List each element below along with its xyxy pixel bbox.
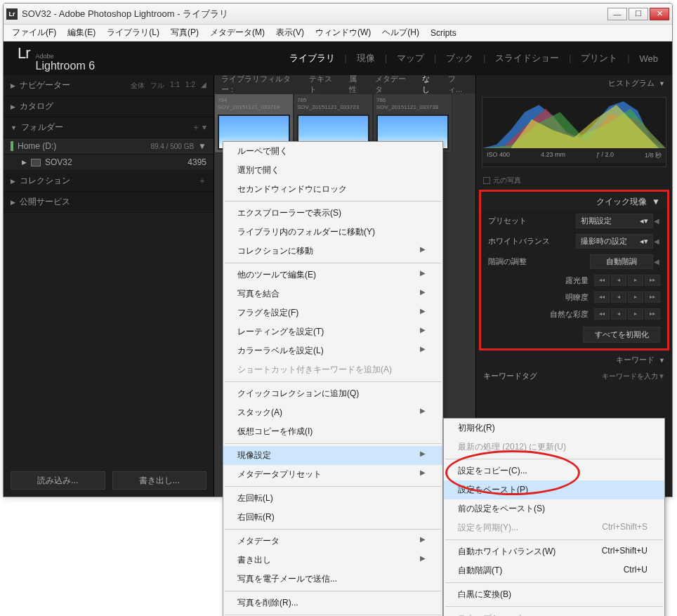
nav-1-2[interactable]: 1:2 [185,81,195,91]
keyword-enter-label[interactable]: キーワードを入力 [602,372,658,381]
chevron-down-icon[interactable]: ▼ [659,357,665,364]
vibrance-stepper[interactable]: ◂◂◂▸▸▸ [594,308,660,320]
ctx-auto-wb[interactable]: 自動ホワイトバランス(W)Ctrl+Shift+U [444,542,664,561]
filter-text[interactable]: テキスト [309,74,338,95]
ctx-rotate-right[interactable]: 右回転(R) [223,508,442,527]
module-map[interactable]: マップ [397,52,424,65]
close-button[interactable]: ✕ [650,8,669,20]
app-header: Lr Adobe Lightroom 6 ライブラリ| 現像| マップ| ブック… [4,41,672,75]
menu-window[interactable]: ウィンドウ(W) [310,25,376,41]
chevron-down-icon[interactable]: ▼ [198,141,206,151]
menu-edit[interactable]: 編集(E) [62,25,101,41]
ctx-paste-settings[interactable]: 設定をペースト(P) [444,480,664,499]
ctx-lock-2nd-window[interactable]: セカンドウィンドウにロック [223,180,442,199]
quick-develop-label[interactable]: クイック現像 [596,197,647,207]
ctx-goto-collection[interactable]: コレクションに移動▶ [223,242,442,261]
preset-label: プリセット [488,216,576,226]
ctx-metadata[interactable]: メタデータ▶ [223,532,442,551]
folders-header[interactable]: ▼ フォルダー ＋ ▾ [4,117,213,138]
ctx-quick-collection[interactable]: クイックコレクションに追加(Q) [223,384,442,403]
ctx-auto-tone[interactable]: 自動階調(T)Ctrl+U [444,561,664,580]
clarity-stepper[interactable]: ◂◂◂▸▸▸ [594,291,660,303]
filter-none[interactable]: なし [422,74,437,95]
chevron-down-icon[interactable]: ◢ [201,81,206,91]
nav-1-1[interactable]: 1:1 [170,81,180,91]
filter-metadata[interactable]: メタデータ [375,74,412,95]
minimize-button[interactable]: — [607,8,627,20]
exposure-stepper[interactable]: ◂◂◂▸▸▸ [594,275,660,286]
ctx-open-loupe[interactable]: ルーペで開く [223,142,442,161]
preset-select[interactable]: 初期設定◂▾ [576,214,653,228]
collections-header[interactable]: ▶ コレクション ＋ [4,171,213,192]
module-slideshow[interactable]: スライドショー [495,52,559,65]
menu-metadata[interactable]: メタデータ(M) [204,25,270,41]
title-bar: Lr SOV32 - Adobe Photoshop Lightroom - ラ… [4,4,672,25]
plus-icon[interactable]: ＋ ▾ [192,122,206,133]
menu-scripts[interactable]: Scripts [425,26,462,40]
reset-all-button[interactable]: すべてを初期化 [583,327,660,343]
filter-more[interactable]: フィ... [448,74,468,95]
histo-iso: ISO 400 [487,151,510,160]
menu-photo[interactable]: 写真(P) [165,25,204,41]
ctx-rotate-left[interactable]: 左回転(L) [223,489,442,508]
ctx-develop-settings[interactable]: 現像設定▶ [223,446,442,465]
nav-fit[interactable]: 全体 [131,81,145,91]
chevron-down-icon[interactable]: ▼ [659,80,665,87]
maximize-button[interactable]: ☐ [629,8,648,20]
module-library[interactable]: ライブラリ [289,52,335,65]
ctx-edit-in[interactable]: 他のツールで編集(E)▶ [223,266,442,284]
import-button[interactable]: 読み込み... [11,471,105,490]
menu-file[interactable]: ファイル(F) [6,25,62,41]
module-book[interactable]: ブック [446,52,473,65]
ctx-metadata-preset[interactable]: メタデータプリセット▶ [223,465,442,484]
module-develop[interactable]: 現像 [357,52,375,65]
ctx-update-process: 最新の処理 (2012) に更新(U) [444,438,664,457]
ctx-open-sort[interactable]: 選別で開く [223,161,442,180]
catalog-header[interactable]: ▶ カタログ [4,96,213,117]
disclosure-icon[interactable]: ◀ [653,237,660,245]
disclosure-icon[interactable]: ◀ [653,217,660,225]
filter-attribute[interactable]: 属性 [349,74,364,95]
folder-icon [31,159,41,166]
ctx-paste-prev-settings[interactable]: 前の設定をペースト(S) [444,499,664,518]
menu-view[interactable]: 表示(V) [270,25,310,41]
module-print[interactable]: プリント [581,52,617,65]
publish-header[interactable]: ▶ 公開サービス [4,192,213,213]
histogram-label[interactable]: ヒストグラム [483,78,655,89]
disclosure-icon[interactable]: ◀ [653,258,660,266]
keywords-label[interactable]: キーワード [483,355,655,365]
plus-icon[interactable]: ＋ [198,175,206,187]
ctx-export[interactable]: 書き出し▶ [223,551,442,570]
histogram[interactable]: ISO 400 4.23 mm ƒ / 2.0 1/8 秒 [482,97,666,167]
disclosure-icon[interactable]: ▼ [658,372,665,380]
ctx-set-label[interactable]: カラーラベルを設定(L)▶ [223,341,442,360]
drive-row[interactable]: Home (D:) 89.4 / 500 GB ▼ [4,138,213,155]
ctx-goto-folder[interactable]: ライブラリ内のフォルダーに移動(Y) [223,223,442,242]
wb-select[interactable]: 撮影時の設定◂▾ [576,234,653,249]
collections-label: コレクション [20,175,198,187]
vibrance-label: 自然な彩度 [488,309,594,320]
ctx-virtual-copy[interactable]: 仮想コピーを作成(I) [223,422,442,441]
ctx-photo-merge[interactable]: 写真を結合▶ [223,284,442,303]
export-button[interactable]: 書き出し... [112,471,207,490]
ctx-convert-bw[interactable]: 白黒に変換(B) [444,585,664,604]
original-photo-label: 元の写真 [493,176,521,185]
tone-label: 階調の調整 [488,256,590,267]
ctx-copy-settings[interactable]: 設定をコピー(C)... [444,461,664,480]
chevron-down-icon[interactable]: ▼ [652,197,660,207]
navigator-header[interactable]: ▶ ナビゲーター 全体 フル 1:1 1:2 ◢ [4,75,213,96]
menu-help[interactable]: ヘルプ(H) [376,25,425,41]
ctx-delete[interactable]: 写真を削除(R)... [223,594,442,612]
ctx-set-rating[interactable]: レーティングを設定(T)▶ [223,322,442,341]
module-web[interactable]: Web [640,53,659,64]
checkbox-icon[interactable] [483,177,490,184]
menu-library[interactable]: ライブラリ(L) [101,25,165,41]
folder-row[interactable]: ▶ SOV32 4395 [4,155,213,171]
ctx-reset[interactable]: 初期化(R) [444,419,664,438]
ctx-stack[interactable]: スタック(A)▶ [223,403,442,422]
ctx-set-flag[interactable]: フラグを設定(F)▶ [223,303,442,322]
nav-fill[interactable]: フル [150,81,164,91]
ctx-show-explorer[interactable]: エクスプローラーで表示(S) [223,204,442,223]
auto-tone-button[interactable]: 自動階調 [590,254,653,269]
ctx-email[interactable]: 写真を電子メールで送信... [223,570,442,589]
